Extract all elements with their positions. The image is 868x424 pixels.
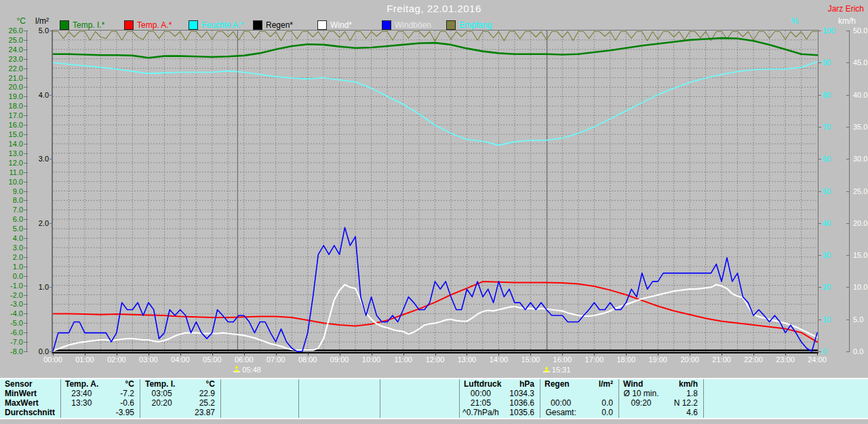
marker-time-label: 05:48 xyxy=(242,366,261,374)
table-separator xyxy=(540,379,540,418)
cell-value: -3.95 xyxy=(101,408,138,417)
legend-label: Empfang xyxy=(459,20,492,30)
axis-tick-label: 2.0 xyxy=(0,253,23,261)
x-axis-tick xyxy=(785,353,786,355)
sunrise-marker: 05:48 xyxy=(233,366,261,374)
axis-caption-temp: °C xyxy=(5,16,26,26)
x-axis-tick xyxy=(753,353,754,355)
sunrise-icon xyxy=(233,366,241,374)
table-cell: 09:20N 12.2 xyxy=(620,399,701,408)
axis-tick-mark xyxy=(818,159,821,159)
axis-tick-label: 4.0 xyxy=(0,234,23,242)
axis-tick-label: 25.0 xyxy=(853,187,868,195)
axis-tick-mark xyxy=(24,313,28,314)
axis-tick-mark xyxy=(24,323,28,324)
axis-tick-mark xyxy=(818,191,821,192)
cell-time: 09:20 xyxy=(620,399,662,408)
axis-tick-mark xyxy=(24,191,28,192)
table-cell: Gesamt:0.0 xyxy=(542,408,616,417)
table-separator xyxy=(220,379,221,418)
x-axis-label: 20:00 xyxy=(676,355,703,364)
x-axis-tick xyxy=(435,353,436,355)
axis-tick-mark xyxy=(818,351,821,352)
cell-value: 4.6 xyxy=(662,408,701,417)
table-cell: 21:051036.6 xyxy=(461,399,538,408)
column-unit: km/h xyxy=(663,380,701,389)
axis-tick-label: 11.0 xyxy=(0,168,23,176)
axis-tick-label: 15.0 xyxy=(853,251,868,259)
axis-tick-label: 5.0 xyxy=(26,26,49,35)
column-unit: °C xyxy=(182,380,218,389)
x-axis-label: 00:00 xyxy=(39,355,66,364)
legend-swatch-windb-en xyxy=(382,20,391,30)
axis-tick-label: -5.0 xyxy=(0,319,23,327)
x-axis-label: 08:00 xyxy=(294,355,321,364)
sunset-icon xyxy=(542,366,551,374)
cell-value: 25.2 xyxy=(181,399,218,408)
cell-value: N 12.2 xyxy=(662,399,701,408)
table-column-header: Temp. A.°C xyxy=(62,380,138,389)
axis-tick-label: 21.0 xyxy=(0,74,23,82)
axis-tick-mark xyxy=(24,134,28,135)
cell-value: 22.9 xyxy=(181,389,218,398)
table-column-header: Regenl/m² xyxy=(542,380,616,389)
cell-value: 0.0 xyxy=(580,408,616,417)
axis-tick-label: -6.0 xyxy=(0,328,23,336)
x-axis-label: 01:00 xyxy=(71,355,98,364)
table-cell: 03:0522.9 xyxy=(142,389,218,398)
axis-tick-mark xyxy=(24,115,28,116)
x-axis-label: 13:00 xyxy=(453,355,480,364)
x-axis-tick xyxy=(340,353,340,355)
axis-tick-mark xyxy=(50,351,53,352)
axis-tick-label: 5.0 xyxy=(853,315,868,324)
legend-item: Feuchte A.* xyxy=(189,20,243,30)
column-name: Wind xyxy=(620,380,663,389)
column-name: Luftdruck xyxy=(461,380,502,389)
x-axis-tick xyxy=(244,353,245,355)
table-separator xyxy=(459,379,460,418)
axis-caption-humidity: % xyxy=(787,16,803,26)
cell-time: ^0.7hPa/h xyxy=(461,408,500,417)
legend-item: Empfang xyxy=(446,20,492,30)
axis-tick-mark xyxy=(818,62,821,63)
axis-tick-label: 5.0 xyxy=(0,225,23,233)
x-axis-tick xyxy=(212,353,213,355)
axis-tick-mark xyxy=(818,127,821,128)
axis-tick-label: 35.0 xyxy=(853,123,868,131)
cell-value: 1035.6 xyxy=(500,408,538,417)
x-axis-label: 19:00 xyxy=(644,355,671,364)
axis-tick-label: 25.0 xyxy=(0,36,23,44)
legend-swatch-temp-i- xyxy=(60,20,69,30)
axis-tick-mark xyxy=(818,223,821,224)
axis-tick-label: -1.0 xyxy=(0,282,23,290)
axis-tick-label: 19.0 xyxy=(0,92,23,100)
axis-tick-mark xyxy=(24,295,28,296)
table-cell: 13:30-0.6 xyxy=(62,399,138,408)
axis-tick-label: 30.0 xyxy=(853,155,868,163)
table-cell: 4.6 xyxy=(620,408,701,417)
cell-time: 21:05 xyxy=(461,399,500,408)
axis-tick-label: 2.0 xyxy=(26,219,49,227)
legend-item: Temp. I.* xyxy=(60,20,104,30)
x-axis-label: 06:00 xyxy=(231,355,258,364)
column-name: Temp. I. xyxy=(142,380,182,389)
legend-item: Temp. A.* xyxy=(124,20,172,30)
column-unit: hPa xyxy=(502,380,538,389)
x-axis-tick xyxy=(626,353,627,355)
axis-tick-label: 16.0 xyxy=(0,121,23,129)
x-axis-tick xyxy=(53,353,54,355)
x-axis-tick xyxy=(722,353,722,355)
axis-tick-label: 10.0 xyxy=(853,283,868,291)
axis-tick-label: 22.0 xyxy=(0,64,23,73)
axis-tick-label: -3.0 xyxy=(0,300,23,308)
axis-tick-label: 8.0 xyxy=(0,196,23,204)
legend-item: Windböen xyxy=(382,20,431,30)
page-title: Freitag, 22.01.2016 xyxy=(0,3,868,14)
x-axis-tick xyxy=(372,353,372,355)
axis-caption-wind: km/h xyxy=(838,16,864,26)
table-cell: 23:40-7.2 xyxy=(62,389,138,398)
cell-time xyxy=(142,408,181,417)
axis-tick-mark xyxy=(24,238,28,239)
x-axis-label: 24:00 xyxy=(804,355,831,364)
axis-tick-mark xyxy=(24,229,28,229)
